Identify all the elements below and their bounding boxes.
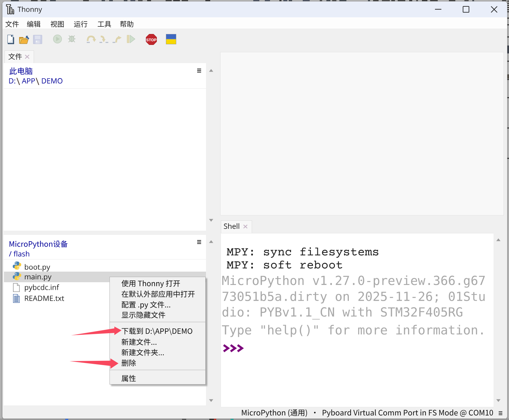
svg-text:STOP: STOP <box>146 38 157 42</box>
